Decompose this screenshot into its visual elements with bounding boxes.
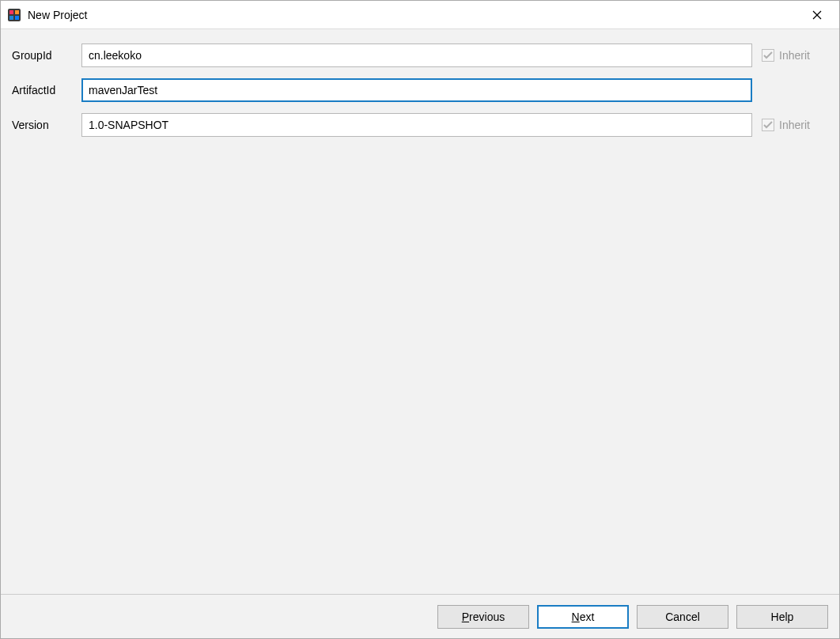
artifactid-row: ArtifactId: [12, 78, 828, 102]
groupid-inherit-checkbox: [762, 49, 774, 62]
svg-rect-1: [9, 10, 13, 14]
version-inherit: Inherit: [762, 119, 828, 131]
help-button[interactable]: Help: [736, 605, 828, 629]
check-icon: [763, 51, 773, 59]
version-input[interactable]: [81, 113, 752, 137]
groupid-inherit-label: Inherit: [779, 49, 810, 62]
next-button[interactable]: Next: [537, 605, 629, 629]
svg-rect-3: [9, 16, 13, 20]
form-content: GroupId Inherit ArtifactId Version Inher…: [1, 29, 839, 594]
window-title: New Project: [28, 9, 801, 21]
svg-rect-2: [15, 10, 19, 14]
groupid-row: GroupId Inherit: [12, 43, 828, 67]
svg-rect-4: [15, 16, 19, 20]
close-button[interactable]: [801, 1, 833, 29]
groupid-inherit: Inherit: [762, 49, 828, 62]
close-icon: [812, 10, 822, 20]
titlebar: New Project: [1, 1, 839, 29]
version-row: Version Inherit: [12, 113, 828, 137]
app-icon: [7, 8, 21, 22]
version-inherit-label: Inherit: [779, 119, 810, 131]
groupid-label: GroupId: [12, 49, 81, 62]
version-inherit-checkbox: [762, 119, 774, 131]
groupid-input[interactable]: [81, 43, 752, 67]
previous-button[interactable]: Previous: [437, 605, 529, 629]
version-label: Version: [12, 119, 81, 131]
check-icon: [763, 121, 773, 129]
artifactid-input[interactable]: [81, 78, 752, 102]
cancel-button[interactable]: Cancel: [637, 605, 728, 629]
artifactid-label: ArtifactId: [12, 84, 81, 96]
button-bar: Previous Next Cancel Help: [1, 594, 839, 638]
